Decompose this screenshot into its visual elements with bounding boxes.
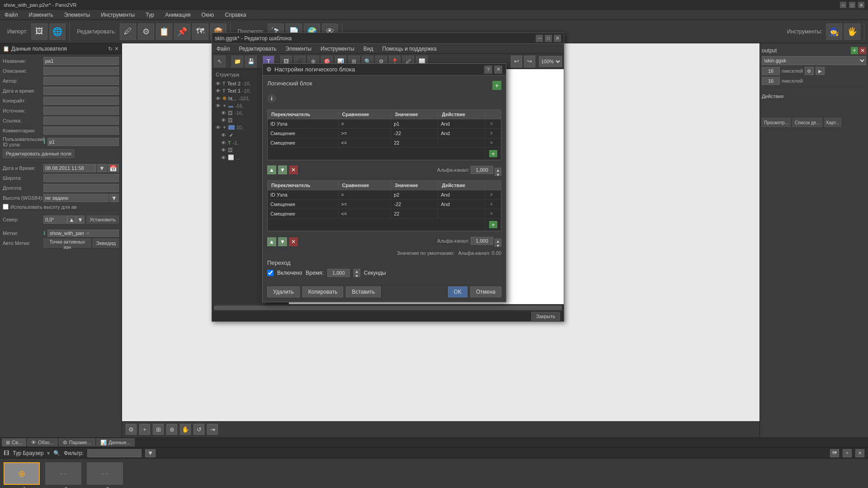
set-north-btn[interactable]: Установить [86,216,119,224]
datetime-input[interactable] [43,164,96,172]
menu-elements[interactable]: Элементы [61,11,93,19]
menu-tools[interactable]: Инструменты [98,11,137,19]
ld-close-btn[interactable]: ✕ [494,66,502,74]
edit-fields-btn[interactable]: Редактировать данные поля [3,149,75,158]
center-add-btn[interactable]: + [139,424,150,435]
equidist-btn[interactable]: Эквидид [93,239,119,248]
copyright-input[interactable] [43,97,119,105]
ld-t1-down-btn[interactable]: ▼ [278,165,287,174]
author-input[interactable] [43,77,119,85]
output-add-btn[interactable]: + [851,47,858,54]
center-btn-6[interactable]: ⇥ [207,424,218,435]
ld-time-input[interactable] [327,269,350,277]
tour-thumb-2[interactable]: - - pa3 [87,462,123,488]
edit-btn-5[interactable]: 🗺 [192,23,208,40]
menu-file[interactable]: Файл [2,11,21,19]
te-minimize-btn[interactable]: ─ [536,35,543,42]
ld-paste-btn[interactable]: Вставить [346,286,381,297]
tour-map-btn[interactable]: 🗺 [830,449,839,457]
te-menu-elements[interactable]: Элементы [283,45,314,53]
list-btn[interactable]: Список де... [793,118,822,127]
menu-animation[interactable]: Анимация [162,11,193,19]
north-down-btn[interactable]: ▼ [76,216,85,224]
menu-tour[interactable]: Тур [143,11,157,19]
te-menu-view[interactable]: Вид [361,45,376,53]
ld-t1-up-btn[interactable]: ▲ [267,165,276,174]
date-input[interactable] [43,87,119,95]
ld-t2-remove-1[interactable]: × [488,201,495,207]
edit-btn-3[interactable]: 📋 [156,23,172,40]
te-cursor-btn[interactable]: ↖ [214,56,226,67]
panel-close-btn[interactable]: ✕ [114,46,119,52]
name-input[interactable] [43,57,119,65]
tools-btn-2[interactable]: 🖐 [844,23,860,40]
pixel-input-2[interactable] [762,77,780,85]
ld-global-add-btn[interactable]: + [492,81,501,90]
te-close-dialog-btn[interactable]: Закрыть [531,312,560,321]
datetime-calendar-btn[interactable]: 📅 [108,164,119,172]
te-menu-file[interactable]: Файл [214,45,233,53]
import-btn-1[interactable]: 🖼 [31,23,47,40]
datetime-dropdown-btn[interactable]: ▼ [97,164,107,172]
tag-remove-btn[interactable]: ✕ [86,231,90,236]
center-settings-btn[interactable]: ⚙ [126,424,137,435]
pixel-play-btn[interactable]: ▶ [816,67,825,75]
preview-detail-btn[interactable]: Просмотр... [762,118,791,127]
menu-window[interactable]: Окно [199,11,217,19]
ld-copy-btn[interactable]: Копировать [302,286,344,297]
panel-refresh-btn[interactable]: ↻ [108,46,113,52]
tour-thumb-0[interactable]: ⊕ pa1 [4,462,40,488]
tab-obzo[interactable]: 👁 Обзо... [27,438,58,446]
pixel-input-1[interactable] [762,67,780,75]
tour-close-btn[interactable]: ✕ [855,449,864,457]
te-zoom-select[interactable]: 100% [539,56,562,67]
center-btn-4[interactable]: ✋ [180,424,191,435]
lon-input[interactable] [43,184,119,192]
tools-btn-1[interactable]: 🧙 [826,23,842,40]
te-close-btn[interactable]: ✕ [554,35,561,42]
comments-input[interactable] [43,127,119,135]
source-input[interactable] [43,107,119,115]
link-input[interactable] [43,117,119,125]
te-scrollbar-h[interactable] [212,304,564,310]
ld-t2-up-btn[interactable]: ▲ [267,237,276,246]
ld-alpha2-input[interactable] [471,237,493,245]
minimize-btn[interactable]: ─ [840,2,846,8]
ld-t1-remove-1[interactable]: × [488,130,495,136]
ld-t2-remove-0[interactable]: × [488,192,495,198]
tab-data[interactable]: 📊 Данные... [96,438,135,446]
te-menu-tools[interactable]: Инструменты [318,45,357,53]
ld-alpha2-up-btn[interactable]: ▲▼ [495,239,501,247]
ld-ok-btn[interactable]: OK [448,286,467,297]
alt-input[interactable] [43,194,108,202]
maximize-btn[interactable]: □ [849,2,855,8]
center-btn-5[interactable]: ↺ [193,424,204,435]
ld-t2-down-btn[interactable]: ▼ [278,237,287,246]
lat-input[interactable] [43,174,119,182]
map-btn[interactable]: Карт... [824,118,842,127]
userid-input[interactable] [47,138,119,146]
import-btn-2[interactable]: 🌐 [49,23,66,40]
filter-input[interactable] [87,449,142,457]
north-up-btn[interactable]: ▲ [67,216,76,224]
edit-btn-1[interactable]: 🖊 [120,23,136,40]
te-folder-btn[interactable]: 📁 [231,56,243,67]
ld-t2-delete-btn[interactable]: ✕ [289,237,298,246]
ld-alpha1-input[interactable] [471,166,493,174]
ld-delete-btn[interactable]: Удалить [267,286,300,297]
ld-cancel-btn[interactable]: Отмена [470,286,501,297]
alt-dropdown-btn[interactable]: ▼ [109,194,119,202]
edit-btn-2[interactable]: ⚙ [138,23,154,40]
desc-input[interactable] [43,67,119,75]
tour-thumb-1[interactable]: - - pa2 [45,462,81,488]
filter-dropdown-btn[interactable]: ▼ [145,449,156,457]
skin-select[interactable]: \skin.ggsk [762,56,866,65]
ld-t1-remove-2[interactable]: × [488,140,495,146]
ld-time-spin-btn[interactable]: ▲▼ [354,269,360,277]
pixel-tools-btn[interactable]: ⚙ [805,67,814,75]
center-btn-3[interactable]: ⊛ [166,424,177,435]
usealt-checkbox[interactable] [3,204,9,210]
ld-t2-remove-2[interactable]: × [488,211,495,217]
center-grid-btn[interactable]: ⊞ [153,424,164,435]
tour-browser-arrow-btn[interactable]: ▾ [47,450,50,456]
